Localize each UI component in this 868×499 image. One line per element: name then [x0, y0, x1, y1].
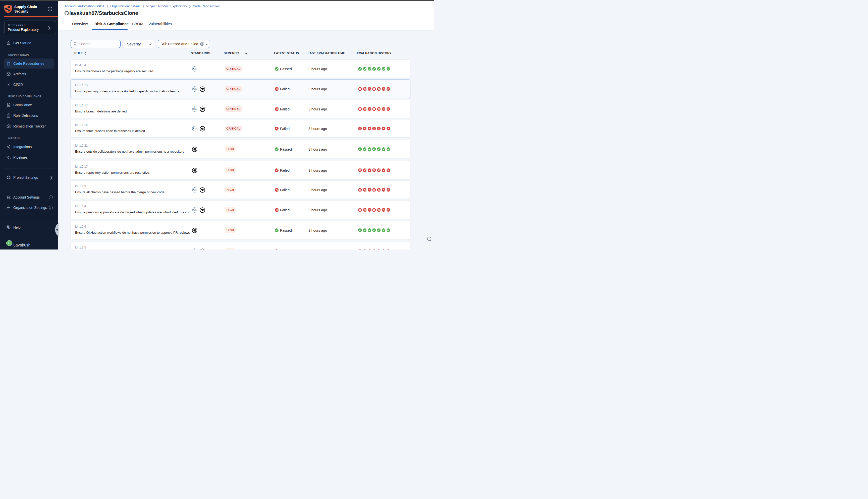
svg-text:CIS: CIS [193, 127, 197, 130]
svg-text:CIS: CIS [193, 108, 197, 110]
svg-text:CIS: CIS [193, 189, 197, 191]
svg-text:CIS: CIS [193, 209, 197, 211]
svg-text:?: ? [8, 226, 9, 228]
svg-text:CIS: CIS [193, 88, 197, 90]
svg-text:CIS: CIS [193, 68, 197, 70]
